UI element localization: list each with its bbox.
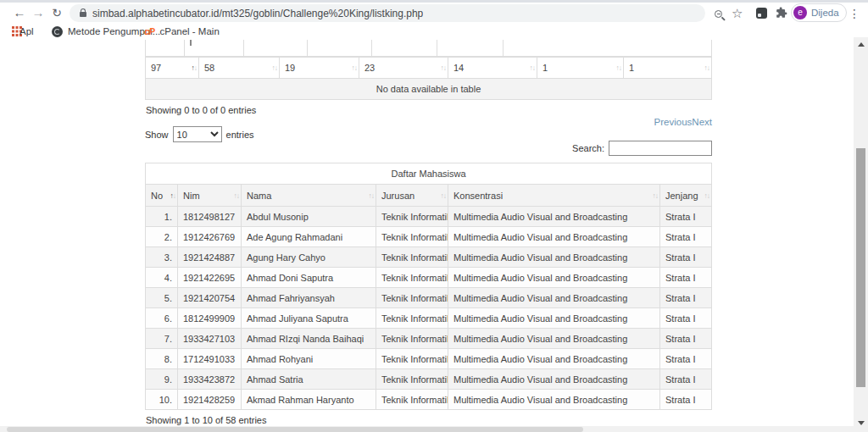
cell-konsentrasi: Multimedia Audio Visual and Broadcasting bbox=[448, 268, 660, 288]
sort-icon: ↑↓ bbox=[272, 64, 278, 72]
column-header[interactable]: Jenjang↑↓ bbox=[660, 185, 712, 207]
sort-icon: ↑↓ bbox=[616, 64, 622, 72]
cell-jurusan: Teknik Informatika bbox=[376, 390, 448, 410]
table-row: 4.1921422695Ahmad Doni SaputraTeknik Inf… bbox=[146, 268, 712, 288]
cell-jenjang: Strata I bbox=[660, 268, 712, 288]
pagination: PreviousNext bbox=[654, 117, 712, 127]
column-header[interactable]: 1↑↓ bbox=[537, 58, 624, 79]
address-bar[interactable]: simbad.alphabetincubator.id/mt325/goblin… bbox=[70, 4, 705, 22]
forward-icon[interactable]: → bbox=[29, 3, 47, 24]
cutoff-table-row bbox=[145, 40, 712, 57]
entries-select[interactable]: 10 bbox=[173, 126, 222, 142]
column-header-label: 1 bbox=[629, 63, 634, 73]
cell-nama: Ahmad Rohyani bbox=[242, 349, 376, 369]
cell-konsentrasi: Multimedia Audio Visual and Broadcasting bbox=[448, 329, 660, 349]
table-row: 2.1912426769Ade Agung RahmadaniTeknik In… bbox=[146, 227, 712, 247]
scroll-down-icon[interactable] bbox=[858, 421, 865, 425]
column-header-label: Konsentrasi bbox=[453, 191, 503, 201]
back-icon[interactable]: ← bbox=[10, 3, 29, 24]
cell-nim: 1921428259 bbox=[178, 390, 242, 410]
cell-nama: Ade Agung Rahmadani bbox=[242, 227, 376, 247]
cell-no: 6. bbox=[146, 308, 178, 329]
cell-jenjang: Strata I bbox=[660, 349, 712, 369]
column-header-label: No bbox=[151, 191, 163, 201]
dark-circle-favicon bbox=[52, 26, 63, 37]
sort-icon: ↑↓ bbox=[441, 64, 447, 72]
cell-jurusan: Teknik Informatika bbox=[376, 349, 448, 369]
next-button[interactable]: Next bbox=[692, 117, 712, 127]
sort-icon: ↑↓ bbox=[352, 64, 358, 72]
cell-jenjang: Strata I bbox=[660, 308, 712, 329]
sort-icon: ↑↓ bbox=[192, 64, 198, 72]
sort-icon: ↑↓ bbox=[704, 64, 710, 72]
bookmarks-bar: Apl Metode Pengumpul... cP cPanel - Main bbox=[0, 24, 868, 41]
vertical-scrollbar-thumb[interactable] bbox=[856, 148, 865, 387]
cell-nim: 1933423872 bbox=[178, 369, 242, 390]
column-header[interactable]: 1↑↓ bbox=[624, 58, 712, 79]
column-header[interactable]: 23↑↓ bbox=[359, 58, 448, 79]
cell-jurusan: Teknik Informatika bbox=[376, 227, 448, 247]
column-header-label: Nim bbox=[183, 191, 200, 201]
search-box: Search: bbox=[572, 141, 712, 156]
cell-konsentrasi: Multimedia Audio Visual and Broadcasting bbox=[448, 227, 660, 247]
table-row: 7.1933427103Ahmad RIzqi Nanda BaihaqiTek… bbox=[146, 329, 712, 349]
column-header[interactable]: Jurusan↑↓ bbox=[376, 185, 448, 207]
cell-nama: Ahmad Doni Saputra bbox=[242, 268, 376, 288]
extension-icon[interactable] bbox=[756, 8, 767, 19]
column-header[interactable]: No↑↓ bbox=[146, 185, 178, 207]
cell-nim: 1933427103 bbox=[178, 329, 242, 349]
length-menu: Show 10 entries bbox=[145, 126, 254, 142]
cell-nama: Ahmad RIzqi Nanda Baihaqi bbox=[242, 329, 376, 349]
column-header[interactable]: Nama↑↓ bbox=[242, 185, 376, 207]
column-header[interactable]: 97↑↓ bbox=[146, 58, 199, 79]
page-content: 97↑↓58↑↓19↑↓23↑↓14↑↓1↑↓1↑↓ No data avail… bbox=[0, 40, 868, 432]
table-title: Daftar Mahasiswa bbox=[146, 163, 712, 185]
search-input[interactable] bbox=[609, 141, 712, 156]
column-header[interactable]: 58↑↓ bbox=[199, 58, 280, 79]
cell-konsentrasi: Multimedia Audio Visual and Broadcasting bbox=[448, 288, 660, 308]
previous-button[interactable]: Previous bbox=[654, 117, 693, 127]
cell-nim: 1812499909 bbox=[178, 308, 242, 329]
column-header-label: 19 bbox=[285, 63, 295, 73]
column-header[interactable]: 14↑↓ bbox=[448, 58, 537, 79]
empty-message: No data available in table bbox=[146, 79, 712, 100]
cell-nama: Ahmad Fahriyansyah bbox=[242, 288, 376, 308]
cell-no: 8. bbox=[146, 349, 178, 369]
sort-icon: ↑↓ bbox=[530, 64, 536, 72]
cell-nama: Abdul Musonip bbox=[242, 207, 376, 227]
students-info: Showing 1 to 10 of 58 entries bbox=[146, 415, 266, 425]
table-row: 1.1812498127Abdul MusonipTeknik Informat… bbox=[146, 207, 712, 227]
summary-table: 97↑↓58↑↓19↑↓23↑↓14↑↓1↑↓1↑↓ No data avail… bbox=[145, 57, 712, 100]
browser-menu-icon[interactable]: ⋮ bbox=[849, 5, 860, 22]
cell-nim: 1912426769 bbox=[178, 227, 242, 247]
cell-nim: 1921424887 bbox=[178, 247, 242, 268]
padlock-icon[interactable] bbox=[80, 12, 86, 17]
bookmark-cpanel[interactable]: cP cPanel - Main bbox=[144, 24, 220, 39]
cell-nim: 1712491033 bbox=[178, 349, 242, 369]
profile-chip[interactable]: e Dijeda bbox=[791, 3, 847, 22]
column-header[interactable]: Konsentrasi↑↓ bbox=[448, 185, 660, 207]
cell-jenjang: Strata I bbox=[660, 369, 712, 390]
cell-nim: 1921420754 bbox=[178, 288, 242, 308]
students-table: Daftar Mahasiswa No↑↓Nim↑↓Nama↑↓Jurusan↑… bbox=[145, 163, 712, 410]
entries-label: entries bbox=[226, 130, 254, 140]
cell-jenjang: Strata I bbox=[660, 288, 712, 308]
bookmark-star-icon[interactable]: ☆ bbox=[732, 5, 743, 22]
scroll-up-icon[interactable] bbox=[858, 42, 865, 47]
sort-icon: ↑↓ bbox=[653, 191, 659, 200]
horizontal-scrollbar-thumb[interactable] bbox=[7, 427, 583, 432]
cell-konsentrasi: Multimedia Audio Visual and Broadcasting bbox=[448, 390, 660, 410]
cell-no: 10. bbox=[146, 390, 178, 410]
table-row: 9.1933423872Ahmad SatriaTeknik Informati… bbox=[146, 369, 712, 390]
column-header[interactable]: 19↑↓ bbox=[280, 58, 359, 79]
reload-icon[interactable]: ↻ bbox=[47, 3, 66, 24]
extensions-puzzle-icon[interactable] bbox=[776, 7, 787, 22]
url-text[interactable]: simbad.alphabetincubator.id/mt325/goblin… bbox=[92, 8, 423, 19]
cell-jurusan: Teknik Informatika bbox=[376, 308, 448, 329]
column-header[interactable]: Nim↑↓ bbox=[178, 185, 242, 207]
cell-no: 1. bbox=[146, 207, 178, 227]
sort-icon: ↑↓ bbox=[704, 191, 710, 200]
zoom-icon[interactable] bbox=[715, 10, 722, 18]
bookmark-apl[interactable]: Apl bbox=[11, 24, 34, 39]
sort-icon: ↑↓ bbox=[234, 191, 240, 200]
